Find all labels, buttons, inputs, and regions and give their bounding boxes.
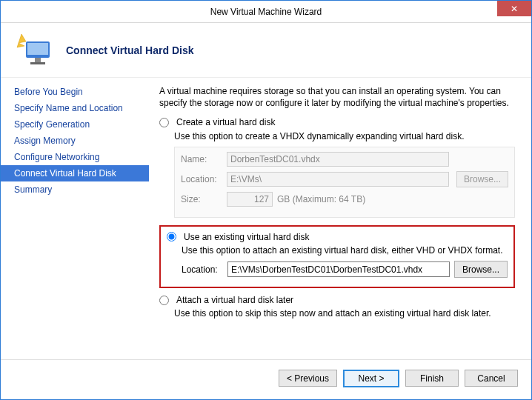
window-title: New Virtual Machine Wizard bbox=[1, 7, 531, 17]
radio-create-vhd-input[interactable] bbox=[159, 118, 169, 127]
close-icon: ✕ bbox=[511, 4, 518, 14]
radio-use-existing[interactable]: Use an existing virtual hard disk bbox=[167, 231, 508, 243]
svg-marker-4 bbox=[17, 34, 26, 47]
existing-vhd-panel: Location: Browse... bbox=[182, 261, 508, 278]
cancel-button[interactable]: Cancel bbox=[465, 370, 518, 387]
close-button[interactable]: ✕ bbox=[497, 1, 531, 16]
radio-create-vhd-label: Create a virtual hard disk bbox=[176, 116, 275, 128]
option-existing-desc: Use this option to attach an existing vi… bbox=[182, 244, 508, 256]
radio-attach-later[interactable]: Attach a virtual hard disk later bbox=[159, 294, 515, 306]
browse-button-disabled: Browse... bbox=[456, 171, 508, 187]
wizard-header: Connect Virtual Hard Disk bbox=[1, 23, 531, 78]
size-label: Size: bbox=[181, 193, 222, 205]
existing-location-label: Location: bbox=[182, 264, 223, 276]
size-field bbox=[227, 192, 273, 207]
intro-text: A virtual machine requires storage so th… bbox=[159, 85, 515, 109]
wizard-icon bbox=[16, 30, 57, 71]
next-button[interactable]: Next > bbox=[343, 370, 399, 387]
sidebar-item-label: Connect Virtual Hard Disk bbox=[14, 168, 116, 179]
sidebar-item-label: Assign Memory bbox=[14, 136, 76, 146]
radio-create-vhd[interactable]: Create a virtual hard disk bbox=[159, 116, 515, 128]
option-existing-highlight: Use an existing virtual hard disk Use th… bbox=[159, 225, 515, 288]
sidebar-item-before-you-begin[interactable]: Before You Begin bbox=[1, 84, 149, 100]
option-create-desc: Use this option to create a VHDX dynamic… bbox=[174, 130, 515, 142]
sidebar-item-specify-generation[interactable]: Specify Generation bbox=[1, 116, 149, 133]
radio-attach-later-label: Attach a virtual hard disk later bbox=[176, 294, 293, 306]
sidebar-item-connect-vhd[interactable]: Connect Virtual Hard Disk bbox=[1, 165, 149, 181]
sidebar-item-label: Specify Name and Location bbox=[14, 103, 123, 113]
option-attach-later: Attach a virtual hard disk later Use thi… bbox=[159, 294, 515, 319]
sidebar-item-label: Specify Generation bbox=[14, 119, 90, 130]
radio-use-existing-label: Use an existing virtual hard disk bbox=[184, 231, 309, 243]
size-suffix: GB (Maximum: 64 TB) bbox=[277, 193, 365, 205]
location-field bbox=[227, 172, 449, 187]
name-label: Name: bbox=[181, 153, 222, 165]
svg-rect-1 bbox=[27, 43, 48, 55]
sidebar-item-configure-networking[interactable]: Configure Networking bbox=[1, 149, 149, 165]
sidebar-item-label: Configure Networking bbox=[14, 152, 99, 162]
option-later-desc: Use this option to skip this step now an… bbox=[174, 307, 515, 319]
svg-rect-2 bbox=[35, 58, 41, 62]
finish-button[interactable]: Finish bbox=[405, 370, 459, 387]
sidebar-item-assign-memory[interactable]: Assign Memory bbox=[1, 133, 149, 149]
radio-attach-later-input[interactable] bbox=[159, 296, 169, 305]
wizard-footer: < Previous Next > Finish Cancel bbox=[1, 359, 531, 396]
svg-rect-3 bbox=[30, 62, 45, 64]
create-vhd-panel: Name: Location: Browse... Size: GB (Maxi… bbox=[174, 147, 515, 218]
sidebar-item-label: Before You Begin bbox=[14, 87, 83, 97]
option-create-vhd: Create a virtual hard disk Use this opti… bbox=[159, 116, 515, 217]
wizard-steps-sidebar: Before You Begin Specify Name and Locati… bbox=[1, 78, 149, 359]
name-field bbox=[227, 152, 449, 167]
radio-use-existing-input[interactable] bbox=[167, 232, 176, 241]
sidebar-item-specify-name-location[interactable]: Specify Name and Location bbox=[1, 100, 149, 116]
page-heading: Connect Virtual Hard Disk bbox=[66, 44, 193, 56]
previous-button[interactable]: < Previous bbox=[279, 370, 337, 387]
wizard-content: A virtual machine requires storage so th… bbox=[149, 78, 531, 359]
browse-button[interactable]: Browse... bbox=[454, 261, 508, 278]
sidebar-item-label: Summary bbox=[14, 184, 52, 195]
titlebar: New Virtual Machine Wizard ✕ bbox=[1, 1, 531, 23]
existing-location-field[interactable] bbox=[227, 261, 450, 277]
location-label: Location: bbox=[181, 173, 222, 185]
sidebar-item-summary[interactable]: Summary bbox=[1, 181, 149, 198]
